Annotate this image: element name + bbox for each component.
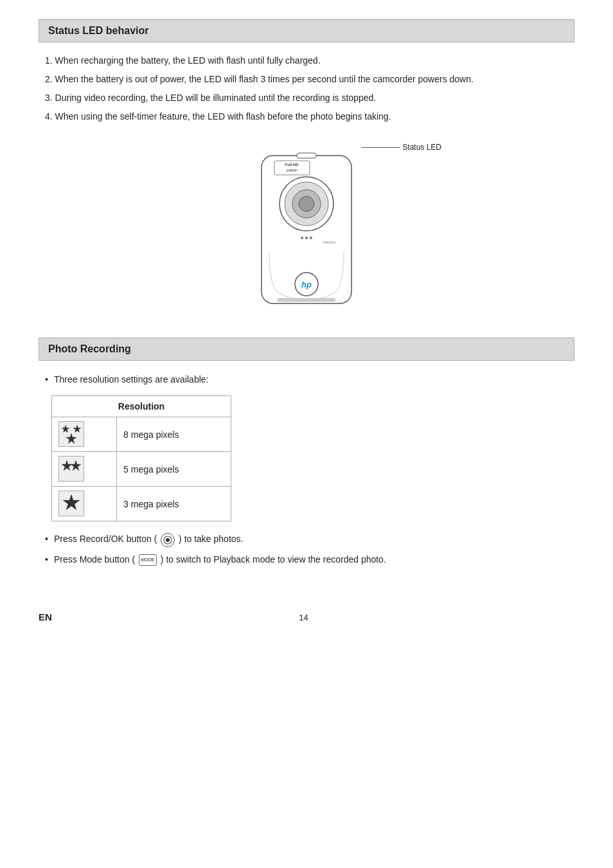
mode-button-icon: MODE [139,554,157,566]
svg-rect-1 [297,153,316,158]
svg-point-9 [301,237,303,239]
svg-marker-19 [62,460,72,471]
two-star-icon [58,456,84,482]
resolution-label: 3 mega pixels [117,487,231,521]
intro-list: Three resolution settings are available: [39,372,574,386]
star-cell [52,417,117,452]
three-star-icon [58,421,84,447]
svg-point-8 [299,196,314,212]
status-led-list: 1. When recharging the battery, the LED … [39,54,574,123]
svg-point-11 [310,237,312,239]
bullet-record: Press Record/OK button ( ) to take photo… [45,532,574,547]
status-led-header: Status LED behavior [39,19,574,42]
one-star-icon [58,491,84,516]
status-led-title: Status LED behavior [48,25,148,36]
svg-text:V5020v: V5020v [323,240,335,244]
record-ok-button-icon [161,533,175,547]
photo-bullets: Press Record/OK button ( ) to take photo… [39,532,574,566]
svg-marker-16 [62,425,69,433]
table-row: 3 mega pixels [52,487,231,521]
table-row: 8 mega pixels [52,417,231,452]
camera-wrap: Full HD 1080P V5020v hp [242,136,371,318]
camera-diagram: Full HD 1080P V5020v hp [39,136,574,318]
svg-marker-18 [66,433,76,444]
list-item: 1. When recharging the battery, the LED … [45,54,574,68]
language-label: EN [39,611,52,622]
list-item: 2. When the battery is out of power, the… [45,73,574,86]
svg-marker-21 [63,494,80,510]
star-cell [52,452,117,487]
svg-point-23 [166,538,170,542]
svg-rect-15 [278,298,335,302]
svg-text:hp: hp [301,280,312,289]
page-number: 14 [52,613,555,622]
svg-text:1080P: 1080P [286,168,297,172]
camera-illustration: Full HD 1080P V5020v hp [242,136,371,316]
bullet-mode: Press Mode button ( MODE ) to switch to … [45,552,574,566]
photo-recording-section: Photo Recording Three resolution setting… [39,338,574,566]
page-footer: EN 14 [39,605,574,622]
resolution-label: 8 mega pixels [117,417,231,452]
photo-recording-header: Photo Recording [39,338,574,361]
status-led-section: Status LED behavior 1. When recharging t… [39,19,574,318]
table-row: 5 mega pixels [52,452,231,487]
resolution-table: Resolution [51,395,231,521]
star-cell [52,487,117,521]
intro-item: Three resolution settings are available: [45,372,574,386]
list-item: 3. During video recording, the LED will … [45,91,574,105]
svg-point-10 [305,237,308,239]
svg-marker-20 [71,460,81,471]
list-item: 4. When using the self-timer feature, th… [45,110,574,123]
status-led-label: Status LED [361,143,441,152]
resolution-header: Resolution [52,396,231,417]
photo-recording-title: Photo Recording [48,343,131,354]
svg-text:Full HD: Full HD [285,163,299,167]
svg-marker-17 [73,425,81,433]
resolution-label: 5 mega pixels [117,452,231,487]
